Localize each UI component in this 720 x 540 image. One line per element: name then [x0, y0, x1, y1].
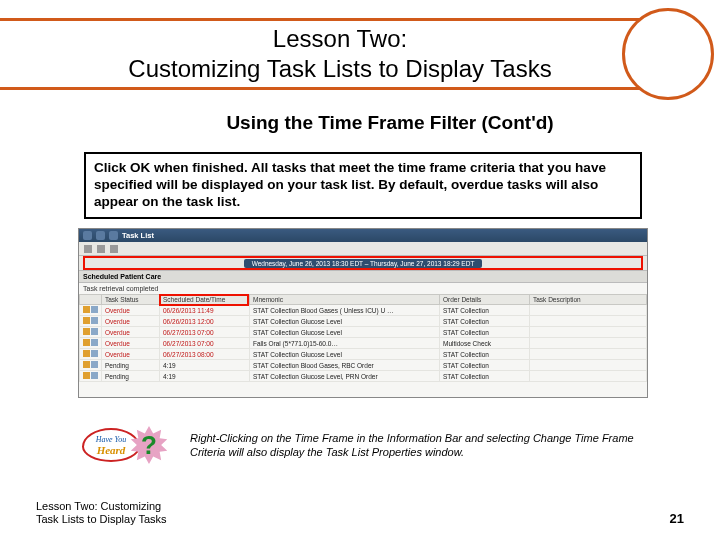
toolbar-refresh-icon[interactable]	[110, 245, 118, 253]
table-row[interactable]: Overdue06/27/2013 07:00STAT Collection G…	[80, 327, 647, 338]
title-circle	[622, 8, 714, 100]
time-filter-value[interactable]: Wednesday, June 26, 2013 18:30 EDT – Thu…	[244, 259, 483, 268]
app-title: Task List	[122, 231, 154, 240]
cell-details: STAT Collection	[440, 360, 530, 371]
cell-desc	[530, 316, 647, 327]
cell-status: Pending	[102, 371, 160, 382]
app-toolbar	[79, 242, 647, 256]
cell-mnemonic: STAT Collection Blood Gases, RBC Order	[250, 360, 440, 371]
time-filter-bar[interactable]: Wednesday, June 26, 2013 18:30 EDT – Thu…	[79, 256, 647, 270]
nav-back-icon[interactable]	[83, 231, 92, 240]
cell-status: Overdue	[102, 338, 160, 349]
row-icons	[80, 371, 102, 382]
row-icons	[80, 360, 102, 371]
cell-date: 06/27/2013 07:00	[160, 338, 250, 349]
table-row[interactable]: Overdue06/27/2013 08:00STAT Collection G…	[80, 349, 647, 360]
cell-details: STAT Collection	[440, 327, 530, 338]
cell-details: Multidose Check	[440, 338, 530, 349]
cell-desc	[530, 349, 647, 360]
cell-date: 06/27/2013 08:00	[160, 349, 250, 360]
row-icons	[80, 349, 102, 360]
col-details: Order Details	[440, 295, 530, 305]
cell-mnemonic: STAT Collection Glucose Level	[250, 349, 440, 360]
doc-icon	[91, 339, 98, 346]
title-band: Lesson Two: Customizing Task Lists to Di…	[0, 18, 720, 90]
col-mnemonic: Mnemonic	[250, 295, 440, 305]
col-status: Task Status	[102, 295, 160, 305]
col-date: Scheduled Date/Time	[160, 295, 250, 305]
cell-date: 4:19	[160, 360, 250, 371]
cell-details: STAT Collection	[440, 316, 530, 327]
doc-icon	[91, 306, 98, 313]
retrieval-status: Task retrieval completed	[79, 283, 647, 294]
cell-mnemonic: STAT Collection Blood Gases ( Unless ICU…	[250, 305, 440, 316]
row-icons	[80, 305, 102, 316]
hyh-bubble-icon: Have You Heard	[82, 428, 140, 462]
toolbar-check-icon[interactable]	[84, 245, 92, 253]
footer-l2: Task Lists to Display Tasks	[36, 513, 167, 525]
table-row[interactable]: Pending4:19STAT Collection Blood Gases, …	[80, 360, 647, 371]
cell-date: 06/26/2013 12:00	[160, 316, 250, 327]
footer-l1: Lesson Two: Customizing	[36, 500, 161, 512]
cell-details: STAT Collection	[440, 371, 530, 382]
instruction-box: Click OK when finished. All tasks that m…	[84, 152, 642, 219]
table-row[interactable]: Pending4:19STAT Collection Glucose Level…	[80, 371, 647, 382]
cell-desc	[530, 305, 647, 316]
have-you-heard: Have You Heard ?	[82, 428, 182, 472]
flag-icon	[83, 372, 90, 379]
cell-date: 06/27/2013 07:00	[160, 327, 250, 338]
title-line-2: Customizing Task Lists to Display Tasks	[128, 55, 551, 82]
slide-title: Lesson Two: Customizing Task Lists to Di…	[60, 24, 620, 84]
doc-icon	[91, 361, 98, 368]
section-header: Scheduled Patient Care	[79, 270, 647, 283]
nav-home-icon[interactable]	[109, 231, 118, 240]
hyh-line1: Have You	[96, 435, 127, 444]
table-header-row: Task Status Scheduled Date/Time Mnemonic…	[80, 295, 647, 305]
cell-desc	[530, 360, 647, 371]
row-icons	[80, 338, 102, 349]
cell-desc	[530, 338, 647, 349]
tip-text: Right-Clicking on the Time Frame in the …	[190, 432, 640, 460]
col-icon	[80, 295, 102, 305]
title-line-1: Lesson Two:	[273, 25, 407, 52]
cell-details: STAT Collection	[440, 349, 530, 360]
doc-icon	[91, 317, 98, 324]
hyh-line2: Heard	[97, 444, 126, 456]
doc-icon	[91, 328, 98, 335]
cell-status: Overdue	[102, 305, 160, 316]
col-desc: Task Description	[530, 295, 647, 305]
question-mark-icon: ?	[134, 430, 164, 460]
cell-mnemonic: STAT Collection Glucose Level, PRN Order	[250, 371, 440, 382]
flag-icon	[83, 306, 90, 313]
task-list-screenshot: Task List Wednesday, June 26, 2013 18:30…	[78, 228, 648, 398]
cell-status: Pending	[102, 360, 160, 371]
doc-icon	[91, 372, 98, 379]
toolbar-list-icon[interactable]	[97, 245, 105, 253]
flag-icon	[83, 317, 90, 324]
row-icons	[80, 327, 102, 338]
cell-mnemonic: Falls Oral (5*771.0)15-60.0…	[250, 338, 440, 349]
footer-left: Lesson Two: Customizing Task Lists to Di…	[36, 500, 167, 526]
table-row[interactable]: Overdue06/26/2013 12:00STAT Collection G…	[80, 316, 647, 327]
flag-icon	[83, 339, 90, 346]
flag-icon	[83, 361, 90, 368]
table-row[interactable]: Overdue06/26/2013 11:49STAT Collection B…	[80, 305, 647, 316]
flag-icon	[83, 328, 90, 335]
flag-icon	[83, 350, 90, 357]
cell-status: Overdue	[102, 327, 160, 338]
cell-date: 4:19	[160, 371, 250, 382]
cell-mnemonic: STAT Collection Glucose Level	[250, 316, 440, 327]
cell-date: 06/26/2013 11:49	[160, 305, 250, 316]
cell-mnemonic: STAT Collection Glucose Level	[250, 327, 440, 338]
cell-desc	[530, 327, 647, 338]
table-row[interactable]: Overdue06/27/2013 07:00Falls Oral (5*771…	[80, 338, 647, 349]
slide-subtitle: Using the Time Frame Filter (Cont'd)	[120, 112, 660, 134]
cell-status: Overdue	[102, 316, 160, 327]
nav-forward-icon[interactable]	[96, 231, 105, 240]
cell-details: STAT Collection	[440, 305, 530, 316]
app-titlebar: Task List	[79, 229, 647, 242]
doc-icon	[91, 350, 98, 357]
row-icons	[80, 316, 102, 327]
task-table: Task Status Scheduled Date/Time Mnemonic…	[79, 294, 647, 382]
cell-status: Overdue	[102, 349, 160, 360]
